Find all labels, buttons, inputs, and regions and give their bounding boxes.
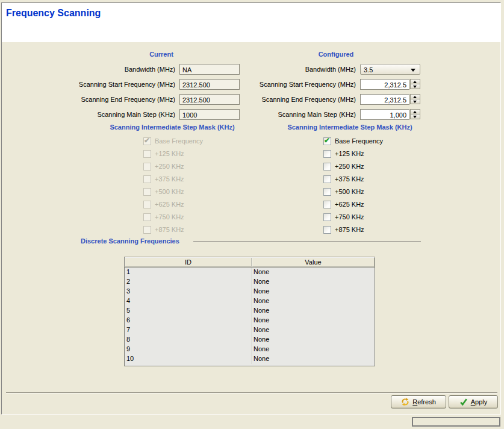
current-mask-250: +250 KHz xyxy=(143,162,184,171)
configured-main-step-label: Scanning Main Step (KHz) xyxy=(199,111,356,118)
status-progress-field xyxy=(412,417,500,427)
current-mask-375: +375 KHz xyxy=(143,175,184,183)
cell-value: None xyxy=(252,325,375,335)
spin-up-icon xyxy=(413,111,417,113)
checkbox-label[interactable]: +125 KHz xyxy=(335,150,364,157)
cell-value: None xyxy=(252,335,375,345)
configured-start-frequency-label: Scanning Start Frequency (MHz) xyxy=(199,81,356,88)
checkbox[interactable] xyxy=(323,226,331,234)
column-header-id: ID xyxy=(125,257,252,267)
dropdown-arrow-icon[interactable] xyxy=(411,69,415,72)
configured-bandwidth-row: Bandwidth (MHz) 3.5 xyxy=(199,64,420,75)
configured-mask-500: +500 KHz xyxy=(323,187,364,196)
apply-button[interactable]: Apply xyxy=(449,395,498,409)
checkbox-checked[interactable]: ✔ xyxy=(323,137,331,145)
checkbox-label[interactable]: +875 KHz xyxy=(335,226,364,233)
cell-value: None xyxy=(252,268,375,277)
current-mask-750: +750 KHz xyxy=(143,213,184,221)
cell-id: 5 xyxy=(125,306,252,316)
current-mask-625: +625 KHz xyxy=(143,200,184,208)
current-bandwidth-label: Bandwidth (MHz) xyxy=(19,66,175,73)
checkbox[interactable] xyxy=(323,201,331,208)
configured-mask-250: +250 KHz xyxy=(323,162,364,171)
cell-value: None xyxy=(252,296,375,306)
checkbox-label[interactable]: +500 KHz xyxy=(335,188,364,195)
main-step-input[interactable]: 1,000 xyxy=(360,109,409,120)
configured-mask-750: +750 KHz xyxy=(323,213,364,221)
table-row: 4 None xyxy=(125,296,375,306)
end-frequency-input[interactable]: 2,312.5 xyxy=(360,94,409,105)
apply-button-label: Apply xyxy=(471,398,488,406)
checkbox[interactable] xyxy=(323,188,331,196)
configured-mask-heading: Scanning Intermediate Step Mask (KHz) xyxy=(257,124,443,131)
checkbox[interactable] xyxy=(323,163,331,171)
checkbox[interactable] xyxy=(323,213,331,221)
start-frequency-input[interactable]: 2,312.5 xyxy=(360,79,409,90)
configured-mask-875: +875 KHz xyxy=(323,225,364,234)
refresh-button[interactable]: Refresh xyxy=(391,395,446,409)
cell-id: 8 xyxy=(125,335,252,345)
checkbox-disabled xyxy=(143,163,151,171)
discrete-frequencies-table: ID Value 1 None 2 None 3 None 4 None 5 N… xyxy=(124,257,375,366)
spin-up-icon xyxy=(413,96,417,98)
configured-main-step-row: Scanning Main Step (KHz) 1,000 xyxy=(199,109,420,120)
cell-value: None xyxy=(252,316,375,325)
frequency-scanning-panel: Frequency Scanning Current Configured Ba… xyxy=(1,2,501,415)
configured-bandwidth-dropdown[interactable]: 3.5 xyxy=(360,64,420,75)
checkbox-label[interactable]: +750 KHz xyxy=(335,213,364,221)
checkbox[interactable] xyxy=(323,150,331,158)
checkbox-label: +875 KHz xyxy=(155,226,184,233)
cell-id: 2 xyxy=(125,277,252,287)
configured-start-frequency-spinner: 2,312.5 xyxy=(360,79,420,90)
checkbox-label[interactable]: +625 KHz xyxy=(335,201,364,208)
cell-id: 3 xyxy=(125,287,252,296)
checkbox-disabled xyxy=(143,213,151,221)
cell-id: 1 xyxy=(125,268,252,277)
cell-value: None xyxy=(252,277,375,287)
table-row: 6 None xyxy=(125,316,375,325)
apply-check-icon xyxy=(459,398,468,406)
spin-down-icon xyxy=(413,86,417,88)
checkbox-label: +125 KHz xyxy=(155,150,184,157)
cell-value: None xyxy=(252,287,375,296)
checkbox-label[interactable]: Base Frequency xyxy=(335,137,383,145)
checkbox-disabled xyxy=(143,175,151,183)
current-start-frequency-label: Scanning Start Frequency (MHz) xyxy=(19,81,175,88)
current-end-frequency-label: Scanning End Frequency (MHz) xyxy=(19,96,175,103)
table-row: 10 None xyxy=(125,354,375,364)
cell-value: None xyxy=(252,306,375,316)
checkbox-label: Base Frequency xyxy=(155,137,203,145)
current-mask-125: +125 KHz xyxy=(143,149,184,158)
checkbox[interactable] xyxy=(323,175,331,183)
configured-main-step-spinner: 1,000 xyxy=(360,109,420,120)
check-icon: ✔ xyxy=(144,136,150,145)
spin-up-icon xyxy=(413,81,417,83)
checkbox-label: +750 KHz xyxy=(155,213,184,221)
checkbox-label: +500 KHz xyxy=(155,188,184,195)
table-row: 5 None xyxy=(125,306,375,316)
configured-end-frequency-label: Scanning End Frequency (MHz) xyxy=(199,96,356,103)
discrete-frequencies-heading: Discrete Scanning Frequencies xyxy=(81,237,179,245)
current-mask-heading: Scanning Intermediate Step Mask (KHz) xyxy=(79,124,266,131)
checkbox-disabled xyxy=(143,226,151,234)
checkbox-label[interactable]: +375 KHz xyxy=(335,175,364,183)
cell-value: None xyxy=(252,345,375,354)
configured-mask-625: +625 KHz xyxy=(323,200,364,208)
column-header-value: Value xyxy=(252,257,375,267)
current-mask-base-frequency: ✔ Base Frequency xyxy=(143,137,203,145)
checkbox-disabled xyxy=(143,201,151,208)
checkbox-label[interactable]: +250 KHz xyxy=(335,163,364,170)
configured-mask-125: +125 KHz xyxy=(323,149,364,158)
checkbox-label: +375 KHz xyxy=(155,175,184,183)
checkbox-label: +250 KHz xyxy=(155,163,184,170)
end-frequency-spin-down-button[interactable] xyxy=(410,99,420,104)
table-row: 7 None xyxy=(125,325,375,335)
button-bar-divider xyxy=(6,392,497,393)
page-title: Frequency Scanning xyxy=(2,3,500,19)
checkbox-checked-disabled: ✔ xyxy=(143,137,151,145)
current-main-step-label: Scanning Main Step (KHz) xyxy=(19,111,175,118)
start-frequency-spin-down-button[interactable] xyxy=(410,84,420,89)
main-step-spin-down-button[interactable] xyxy=(410,114,420,119)
checkbox-label: +625 KHz xyxy=(155,201,184,208)
refresh-button-label: Refresh xyxy=(412,398,436,406)
